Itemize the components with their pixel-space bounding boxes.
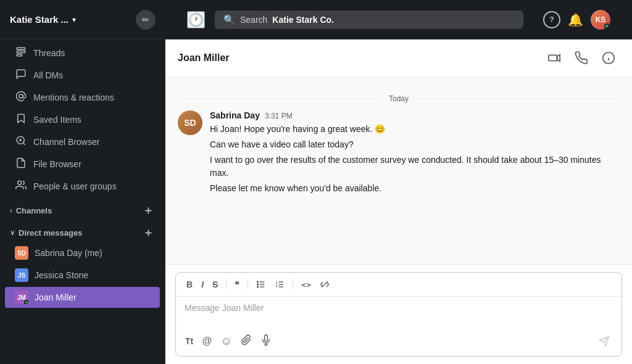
sidebar-item-channel-browser[interactable]: Channel Browser [5,131,160,152]
svg-rect-6 [549,55,557,60]
code-block-button[interactable] [317,278,333,291]
bold-button[interactable]: B [183,278,196,291]
sidebar-item-people[interactable]: People & user groups [5,176,160,197]
message-body: Sabrina Day 3:31 PM Hi Joan! Hope you're… [210,110,620,197]
sabrina-avatar: SD [15,246,28,260]
text-style-button[interactable]: Tt [183,334,195,348]
messages-area: Today SD Sabrina Day 3:31 PM Hi Joan! Ho… [165,77,632,264]
joan-online-dot [24,300,28,304]
phone-call-button[interactable] [570,47,592,69]
quote-button[interactable]: ❝ [231,278,243,291]
send-button[interactable] [594,331,614,351]
composer-bottom-bar: Tt @ ☺ [176,326,622,356]
svg-rect-2 [17,54,22,56]
search-icon: 🔍 [223,14,235,25]
toolbar-divider-2 [247,279,248,290]
sidebar-item-label: People & user groups [33,181,117,191]
chat-header-icons [543,47,620,69]
search-bar[interactable]: 🔍 Search Katie Stark Co. [215,10,523,29]
workspace-name: Katie Stark ... [10,14,69,25]
attach-button[interactable] [239,333,254,350]
info-button[interactable] [597,47,620,69]
toolbar-divider-1 [226,279,227,290]
search-workspace-name: Katie Stark Co. [272,15,334,25]
italic-button[interactable]: I [198,278,207,291]
emoji-button[interactable]: ☺ [218,333,233,350]
sidebar-item-label: Mentions & reactions [33,93,114,102]
message-time: 3:31 PM [265,112,293,120]
composer-bottom-left: Tt @ ☺ [183,333,273,350]
svg-point-14 [257,284,259,285]
composer-area: B I S ❝ <> [165,264,632,364]
date-label: Today [389,94,409,103]
dm-item-sabrina[interactable]: SD Sabrina Day (me) [5,242,160,263]
composer-toolbar: B I S ❝ <> [176,273,622,297]
composer-box: B I S ❝ <> [175,272,622,357]
dm-item-joan[interactable]: JM Joan Miller [5,287,160,308]
message-sender-name: Sabrina Day [210,110,260,120]
workspace-name-button[interactable]: Katie Stark ... ▾ [10,14,76,25]
joan-avatar: JM [15,291,28,304]
channels-section[interactable]: › Channels ＋ [0,197,165,220]
message-line-4: Please let me know when you'd be availab… [210,182,620,195]
message-input[interactable]: Message Joan Miller [176,297,622,326]
svg-point-13 [257,281,259,283]
channels-chevron-icon: › [10,207,12,214]
svg-rect-1 [17,51,25,53]
file-browser-icon [15,157,27,171]
online-status-dot [604,23,610,30]
message-sender-avatar: SD [178,110,202,135]
sidebar-item-all-dms[interactable]: All DMs [5,65,160,86]
notifications-button[interactable]: 🔔 [568,12,583,27]
mentions-icon [15,91,27,104]
svg-rect-0 [17,48,25,49]
dm-section-label: Direct messages [19,228,82,238]
help-button[interactable]: ? [543,11,560,28]
search-label: Search [240,15,267,25]
strikethrough-button[interactable]: S [209,278,221,291]
sidebar-item-label: File Browser [33,159,81,169]
user-avatar[interactable]: KS [591,10,610,30]
workspace-chevron-icon: ▾ [72,15,76,24]
date-divider: Today [178,94,620,103]
bullet-list-button[interactable] [253,278,269,291]
add-channel-button[interactable]: ＋ [141,204,155,217]
sidebar-item-file-browser[interactable]: File Browser [5,154,160,175]
toolbar-divider-3 [293,279,293,290]
sidebar-item-label: All DMs [33,70,63,80]
sidebar-item-threads[interactable]: Threads [5,43,160,64]
dm-item-jessica[interactable]: JS Jessica Stone [5,265,160,286]
add-dm-button[interactable]: ＋ [141,226,155,239]
message-item: SD Sabrina Day 3:31 PM Hi Joan! Hope you… [178,110,620,197]
jessica-avatar: JS [15,268,28,282]
svg-point-3 [19,94,23,98]
sidebar-item-mentions[interactable]: Mentions & reactions [5,87,160,108]
dm-chevron-icon: ∨ [10,229,15,237]
dm-item-label: Jessica Stone [35,270,88,280]
video-call-button[interactable] [543,47,565,69]
numbered-list-button[interactable] [272,278,288,291]
mention-button[interactable]: @ [200,334,214,349]
compose-button[interactable]: ✏ [136,10,156,30]
history-button[interactable]: 🕐 [187,11,205,28]
dm-item-label: Joan Miller [35,292,77,302]
message-header: Sabrina Day 3:31 PM [210,110,620,120]
audio-button[interactable] [259,333,273,350]
svg-point-15 [257,286,259,287]
people-icon [15,180,27,193]
sidebar-item-label: Threads [33,48,65,58]
sidebar-item-saved[interactable]: Saved Items [5,109,160,130]
top-search-area: 🕐 🔍 Search Katie Stark Co. ? 🔔 KS [165,0,632,39]
sidebar: Threads All DMs Mentions & reactions Sav… [0,39,165,364]
pencil-icon: ✏ [142,15,149,25]
workspace-header: Katie Stark ... ▾ ✏ [0,0,165,39]
chat-header: Joan Miller [165,39,632,77]
saved-icon [15,113,27,126]
message-line-2: Can we have a video call later today? [210,138,620,151]
message-input-placeholder: Message Joan Miller [185,303,264,313]
channels-section-label: Channels [16,206,52,215]
code-button[interactable]: <> [298,278,314,291]
chat-contact-name: Joan Miller [178,52,230,64]
sidebar-item-label: Channel Browser [33,137,99,147]
dm-section[interactable]: ∨ Direct messages ＋ [0,220,165,242]
